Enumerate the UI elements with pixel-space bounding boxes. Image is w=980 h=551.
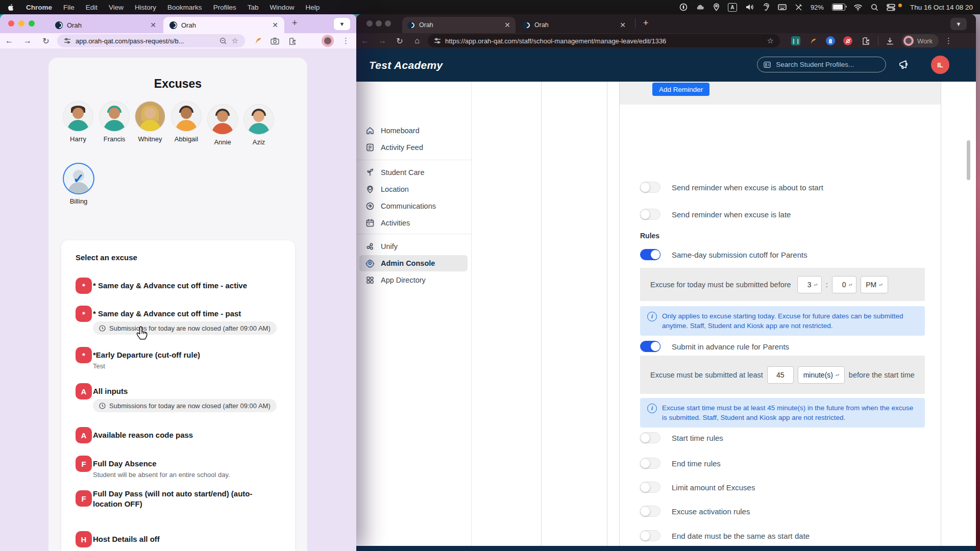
excuse-item[interactable]: Full Day Absence	[93, 459, 156, 469]
toggle-off[interactable]	[640, 506, 660, 517]
bookmark-star-icon[interactable]: ☆	[232, 36, 238, 45]
billing-avatar-selected[interactable]: ✓	[64, 164, 93, 193]
extension-icon[interactable]: ❙❙	[791, 36, 800, 45]
location-icon[interactable]	[713, 3, 720, 12]
advance-unit-select[interactable]: minute(s)▴▾	[798, 366, 845, 384]
sidebar-item-app-directory[interactable]: App Directory	[359, 272, 468, 288]
school-brand[interactable]: Test Academy	[369, 59, 443, 71]
sidebar-item-homeboard[interactable]: Homeboard	[359, 122, 468, 139]
meridiem-select[interactable]: PM▴▾	[861, 276, 888, 293]
home-button[interactable]: ⌂	[408, 36, 426, 45]
close-tab-icon[interactable]: ✕	[143, 21, 156, 29]
downloads-icon[interactable]	[886, 37, 894, 45]
avatar[interactable]	[172, 102, 201, 131]
menu-edit[interactable]: Edit	[86, 4, 97, 11]
toggle-off[interactable]	[640, 209, 660, 220]
menu-view[interactable]: View	[109, 4, 124, 11]
zoom-out-icon[interactable]	[219, 37, 227, 45]
avatar[interactable]	[244, 105, 274, 134]
browser-tab[interactable]: Orah ✕	[402, 17, 516, 33]
excuse-item[interactable]: *Early Departure (cut-off rule)	[93, 350, 200, 360]
status-pill-icon[interactable]	[679, 3, 688, 12]
tab-search-chevron[interactable]: ▼	[334, 18, 350, 30]
profile-avatar[interactable]	[322, 35, 334, 47]
forward-button[interactable]: →	[374, 36, 391, 45]
stepper-icon[interactable]: ▴▾	[836, 373, 839, 376]
toggle-off[interactable]	[640, 530, 660, 541]
minimize-window-button[interactable]	[18, 20, 24, 27]
spotlight-icon[interactable]	[871, 3, 878, 12]
close-window-button[interactable]	[366, 20, 373, 27]
toggle-off[interactable]	[640, 432, 660, 443]
add-reminder-button[interactable]: Add Reminder	[652, 83, 709, 96]
input-source-icon[interactable]: A	[728, 3, 737, 12]
excuse-item[interactable]: Full Day Pass (will not auto start/end) …	[93, 489, 282, 509]
user-avatar[interactable]: IL	[931, 56, 949, 74]
browser-menu-icon[interactable]: ⋮	[342, 36, 350, 45]
tab-search-chevron[interactable]: ▼	[950, 18, 967, 30]
toggle-off[interactable]	[640, 458, 660, 469]
toggle-on[interactable]	[640, 341, 660, 352]
zoom-window-button[interactable]	[29, 20, 35, 27]
menu-profiles[interactable]: Profiles	[213, 4, 236, 11]
close-window-button[interactable]	[8, 20, 14, 27]
stepper-icon[interactable]: ▴▾	[814, 283, 818, 286]
wifi-icon[interactable]	[853, 3, 863, 12]
toggle-off[interactable]	[640, 482, 660, 493]
menu-clock[interactable]: Thu 16 Oct 14 08 20	[910, 4, 973, 11]
cloud-icon[interactable]	[696, 3, 705, 12]
reload-button[interactable]: ↻	[37, 36, 55, 46]
sidebar-item-admin-console[interactable]: Admin Console	[359, 255, 468, 271]
forward-button[interactable]: →	[18, 36, 37, 45]
sidebar-item-activities[interactable]: Activities	[359, 215, 468, 231]
menu-chrome[interactable]: Chrome	[26, 4, 52, 11]
extension-icon[interactable]	[843, 36, 852, 45]
control-center-icon[interactable]	[887, 3, 895, 12]
camera-icon[interactable]	[271, 37, 279, 45]
excuse-item[interactable]: * Same day & Advance cut off time - past	[93, 309, 241, 319]
avatar[interactable]	[135, 102, 165, 131]
excuse-item[interactable]: All inputs	[93, 386, 128, 396]
profile-chip[interactable]: Work	[901, 34, 939, 47]
sidebar-item-unify[interactable]: Unify	[359, 238, 468, 255]
menu-help[interactable]: Help	[305, 4, 320, 11]
stepper-icon[interactable]: ▴▾	[849, 283, 852, 286]
toggle-on[interactable]	[640, 249, 660, 260]
sidebar-item-communications[interactable]: Communications	[359, 198, 468, 214]
extension-icon[interactable]	[808, 36, 818, 45]
back-button[interactable]: ←	[356, 36, 374, 45]
keyboard-viewer-icon[interactable]	[778, 3, 787, 12]
menu-window[interactable]: Window	[270, 4, 294, 11]
excuse-item[interactable]: Host Details all off	[93, 534, 160, 544]
close-tab-icon[interactable]: ✕	[497, 21, 510, 29]
student-search[interactable]	[757, 57, 886, 72]
volume-icon[interactable]	[745, 3, 754, 12]
hearing-icon[interactable]	[763, 3, 770, 12]
stepper-icon[interactable]: ▴▾	[879, 283, 883, 286]
bookmark-star-icon[interactable]: ☆	[767, 36, 774, 45]
address-bar[interactable]: https://app.orah-qat.com/staff/school-ma…	[428, 34, 780, 47]
zoom-window-button[interactable]	[385, 20, 391, 27]
scrollbar-thumb[interactable]	[967, 140, 970, 180]
reload-button[interactable]: ↻	[391, 36, 408, 46]
hour-input[interactable]: 3▴▾	[797, 276, 822, 293]
new-tab-button[interactable]: +	[292, 18, 298, 29]
close-tab-icon[interactable]: ✕	[265, 21, 278, 29]
browser-tab[interactable]: Orah ✕	[163, 17, 284, 33]
advance-value-input[interactable]: 45	[767, 366, 794, 384]
close-tab-icon[interactable]: ✕	[612, 21, 626, 29]
site-settings-icon[interactable]	[434, 37, 441, 44]
browser-tab[interactable]: Orah ✕	[518, 17, 631, 33]
extensions-puzzle-icon[interactable]	[287, 37, 296, 45]
avatar[interactable]	[100, 102, 129, 131]
announcements-icon[interactable]	[898, 59, 911, 72]
extensions-puzzle-icon[interactable]	[861, 36, 870, 45]
minimize-window-button[interactable]	[376, 20, 382, 27]
menu-history[interactable]: History	[135, 4, 156, 11]
menu-file[interactable]: File	[63, 4, 75, 11]
extension-icon[interactable]	[254, 37, 262, 45]
extension-icon[interactable]	[826, 36, 835, 45]
site-settings-icon[interactable]	[64, 37, 71, 44]
minute-input[interactable]: 0▴▾	[832, 276, 856, 293]
excuse-item[interactable]: Available reason code pass	[93, 430, 193, 440]
